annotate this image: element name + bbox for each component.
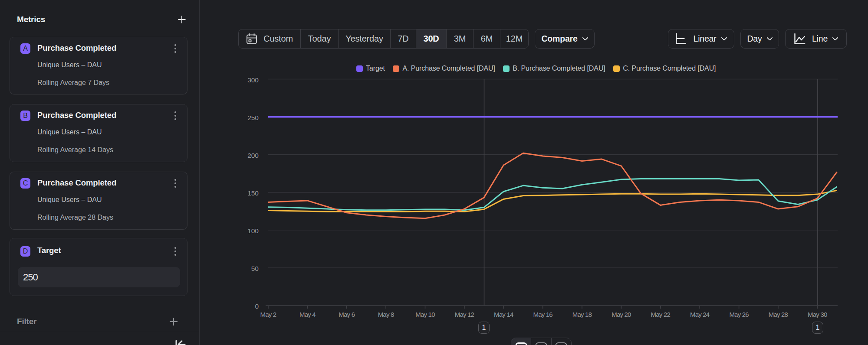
svg-text:50: 50 bbox=[251, 265, 259, 272]
svg-text:May 16: May 16 bbox=[533, 311, 553, 318]
svg-text:May 26: May 26 bbox=[729, 311, 749, 318]
svg-text:May 8: May 8 bbox=[378, 311, 394, 318]
svg-text:150: 150 bbox=[247, 189, 259, 197]
svg-text:200: 200 bbox=[247, 152, 259, 159]
svg-text:0: 0 bbox=[255, 303, 259, 310]
svg-text:May 14: May 14 bbox=[494, 311, 513, 318]
svg-text:May 24: May 24 bbox=[690, 311, 710, 318]
svg-text:May 10: May 10 bbox=[415, 311, 435, 318]
svg-text:May 22: May 22 bbox=[651, 311, 671, 318]
svg-text:May 28: May 28 bbox=[769, 311, 788, 318]
svg-text:May 18: May 18 bbox=[572, 311, 592, 318]
svg-text:100: 100 bbox=[247, 227, 259, 234]
svg-text:May 30: May 30 bbox=[808, 311, 827, 318]
svg-text:May 6: May 6 bbox=[339, 311, 355, 318]
svg-text:May 20: May 20 bbox=[612, 311, 631, 318]
svg-text:250: 250 bbox=[247, 114, 259, 121]
svg-text:300: 300 bbox=[247, 76, 259, 84]
svg-text:May 12: May 12 bbox=[455, 311, 474, 318]
svg-text:May 4: May 4 bbox=[299, 311, 316, 318]
svg-text:May 2: May 2 bbox=[260, 311, 276, 318]
